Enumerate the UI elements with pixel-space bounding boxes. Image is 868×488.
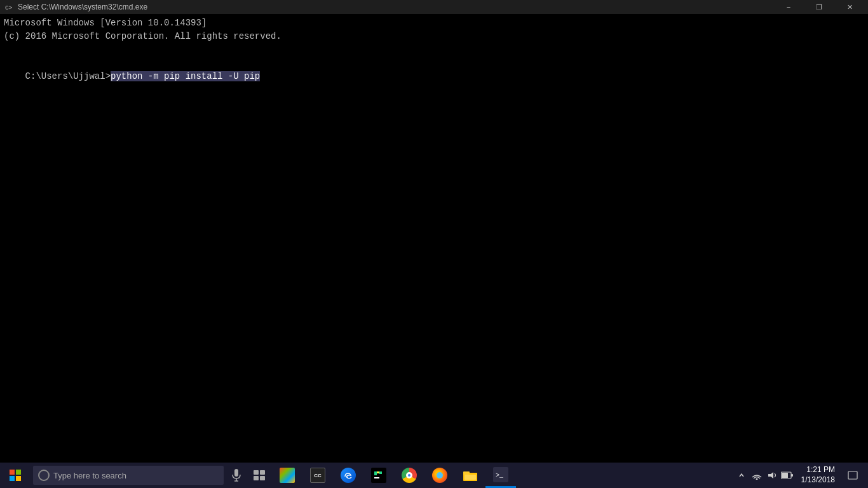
taskbar-app-pycharm[interactable] — [363, 463, 394, 488]
taskbar-apps: CC — [272, 463, 735, 488]
notification-button[interactable] — [843, 463, 863, 488]
taskbar-search-bar[interactable]: Type here to search — [33, 466, 224, 485]
clock-time: 1:21 PM — [806, 465, 835, 475]
clock-date: 1/13/2018 — [801, 475, 835, 485]
volume-icon[interactable] — [766, 463, 778, 488]
terminal-line-2: (c) 2016 Microsoft Corporation. All righ… — [4, 30, 864, 43]
svg-rect-10 — [374, 477, 379, 478]
pycharm-icon — [371, 468, 386, 483]
terminal-prompt-line: C:\Users\Ujjwal>python -m pip install -U… — [4, 57, 864, 97]
taskbar-app-microsoft-store[interactable] — [272, 463, 302, 488]
task-view-icon — [253, 469, 266, 482]
taskbar-app-chrome[interactable] — [394, 463, 424, 488]
search-icon — [38, 470, 50, 481]
titlebar-controls: − ❐ ✕ — [774, 0, 864, 14]
titlebar: C> Select C:\Windows\system32\cmd.exe − … — [0, 0, 868, 14]
taskbar-app-terminal[interactable]: >_ — [485, 463, 516, 488]
titlebar-left: C> Select C:\Windows\system32\cmd.exe — [4, 2, 147, 12]
taskbar-app-firefox[interactable] — [424, 463, 455, 488]
minimize-button[interactable]: − — [774, 0, 803, 14]
network-icon[interactable] — [750, 463, 763, 488]
tray-overflow-button[interactable] — [735, 463, 748, 488]
search-placeholder: Type here to search — [53, 471, 126, 480]
svg-text:>_: >_ — [496, 472, 504, 478]
titlebar-title: Select C:\Windows\system32\cmd.exe — [18, 3, 147, 11]
cc-icon: CC — [310, 468, 325, 483]
file-explorer-icon — [463, 468, 478, 483]
svg-rect-12 — [463, 471, 470, 475]
svg-text:C>: C> — [5, 4, 13, 11]
maximize-button[interactable]: ❐ — [804, 0, 834, 14]
svg-rect-7 — [254, 476, 259, 480]
edge-icon — [341, 468, 356, 483]
svg-rect-5 — [254, 470, 259, 475]
svg-rect-8 — [260, 476, 265, 480]
windows-logo-icon — [10, 470, 21, 481]
taskbar-app-files[interactable] — [455, 463, 485, 488]
microsoft-store-icon — [280, 468, 295, 483]
terminal-icon: >_ — [493, 467, 508, 482]
taskbar: Type here to search CC — [0, 463, 868, 488]
terminal-line-3 — [4, 43, 864, 57]
task-view-button[interactable] — [247, 463, 272, 488]
svg-rect-13 — [465, 475, 476, 480]
microphone-button[interactable] — [226, 463, 247, 488]
svg-rect-19 — [848, 471, 857, 479]
system-tray: 1:21 PM 1/13/2018 — [735, 463, 868, 488]
taskbar-app-edge[interactable] — [333, 463, 363, 488]
terminal-prompt: C:\Users\Ujjwal> — [25, 71, 111, 81]
taskbar-clock[interactable]: 1:21 PM 1/13/2018 — [796, 463, 840, 488]
svg-rect-2 — [234, 469, 238, 477]
battery-icon[interactable] — [781, 463, 794, 488]
svg-rect-18 — [791, 474, 793, 477]
taskbar-app-cc[interactable]: CC — [302, 463, 333, 488]
svg-point-15 — [756, 478, 757, 480]
close-button[interactable]: ✕ — [835, 0, 864, 14]
chrome-icon — [402, 468, 417, 483]
terminal-line-1: Microsoft Windows [Version 10.0.14393] — [4, 17, 864, 30]
start-button[interactable] — [0, 463, 31, 488]
terminal-command: python -m pip install -U pip — [111, 71, 260, 81]
cmd-icon: C> — [4, 2, 14, 12]
svg-rect-17 — [782, 473, 788, 478]
firefox-icon — [432, 468, 447, 483]
terminal-area[interactable]: Microsoft Windows [Version 10.0.14393] (… — [0, 14, 868, 463]
svg-rect-6 — [260, 470, 265, 475]
